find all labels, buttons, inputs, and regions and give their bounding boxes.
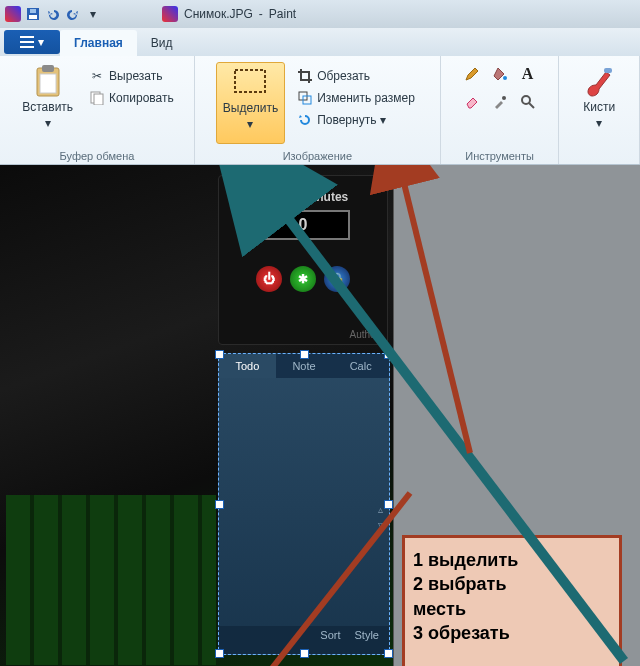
qat-dropdown-icon[interactable]: ▾ (84, 5, 102, 23)
rotate-button[interactable]: Повернуть ▾ (293, 110, 419, 130)
gadget-style[interactable]: Style (355, 629, 379, 651)
instr-line-2: 2 выбрать (413, 572, 611, 596)
group-clipboard: Вставить ▾ ✂ Вырезать Копировать Буфер о… (0, 56, 195, 164)
copy-icon (89, 90, 105, 106)
selection-handle[interactable] (384, 350, 393, 359)
save-icon[interactable] (24, 5, 42, 23)
selection-handle[interactable] (384, 649, 393, 658)
brushes-label: Кисти (583, 100, 615, 114)
lock-icon[interactable]: 🔒 (324, 266, 350, 292)
resize-button[interactable]: Изменить размер (293, 88, 419, 108)
selection-marquee[interactable]: Todo Note Calc ▵ ▿ Sort Style (218, 353, 390, 655)
file-menu-icon (20, 36, 34, 48)
paste-label: Вставить (22, 100, 73, 114)
selection-handle[interactable] (300, 350, 309, 359)
gadget-tab-todo[interactable]: Todo (219, 354, 276, 378)
svg-rect-11 (235, 70, 265, 92)
brushes-button[interactable]: Кисти ▾ (576, 62, 622, 132)
undo-icon[interactable] (44, 5, 62, 23)
chevron-down-icon[interactable]: ▿ (378, 519, 383, 530)
redo-icon[interactable] (64, 5, 82, 23)
gadget-sort[interactable]: Sort (320, 629, 340, 651)
group-brushes: Кисти ▾ (559, 56, 640, 164)
group-tools-label: Инструменты (441, 150, 559, 162)
quick-access-toolbar: ▾ (4, 5, 102, 23)
resize-label: Изменить размер (317, 91, 415, 105)
instruction-box: 1 выделить 2 выбрать месть 3 обрезать (402, 535, 622, 666)
app-name: Paint (269, 7, 296, 21)
doc-name: Снимок.JPG (184, 7, 253, 21)
fill-tool[interactable] (488, 62, 512, 86)
gadget-tab-calc[interactable]: Calc (332, 354, 389, 378)
paste-button[interactable]: Вставить ▾ (16, 62, 79, 144)
canvas-area: Time in Minutes 0 ⏻ ✱ 🔒 Author Todo Note… (0, 165, 640, 666)
scroll-arrows: ▵ ▿ (378, 504, 383, 530)
text-tool[interactable]: A (516, 62, 540, 86)
file-menu-button[interactable]: ▾ (4, 30, 60, 54)
magnifier-tool[interactable] (516, 90, 540, 114)
chevron-down-icon: ▾ (45, 116, 51, 130)
svg-point-16 (522, 96, 530, 104)
clipboard-icon (31, 64, 65, 98)
svg-rect-17 (604, 68, 612, 73)
paint-app-icon[interactable] (4, 5, 22, 23)
title-sep: - (259, 7, 263, 21)
timer-title: Time in Minutes (258, 190, 348, 204)
svg-rect-1 (29, 15, 37, 19)
ribbon: Вставить ▾ ✂ Вырезать Копировать Буфер о… (0, 56, 640, 165)
svg-rect-5 (20, 46, 34, 48)
text-a-icon: A (522, 65, 534, 83)
tab-home[interactable]: Главная (60, 30, 137, 56)
timer-value: 0 (256, 210, 350, 240)
eraser-tool[interactable] (460, 90, 484, 114)
power-icon[interactable]: ⏻ (256, 266, 282, 292)
select-label: Выделить (223, 101, 278, 115)
selection-handle[interactable] (384, 500, 393, 509)
chevron-down-icon: ▾ (596, 116, 602, 130)
title-bar: ▾ Снимок.JPG - Paint (0, 0, 640, 28)
selection-handle[interactable] (300, 649, 309, 658)
svg-rect-4 (20, 41, 34, 43)
window-title: Снимок.JPG - Paint (162, 6, 296, 22)
eyedropper-tool[interactable] (488, 90, 512, 114)
star-icon[interactable]: ✱ (290, 266, 316, 292)
canvas[interactable]: Time in Minutes 0 ⏻ ✱ 🔒 Author Todo Note… (0, 165, 394, 666)
pencil-tool[interactable] (460, 62, 484, 86)
instr-line-4: 3 обрезать (413, 621, 611, 645)
group-image: Выделить ▾ Обрезать Изменить размер (195, 56, 441, 164)
instr-line-1: 1 выделить (413, 548, 611, 572)
resize-icon (297, 90, 313, 106)
rotate-label: Повернуть (317, 113, 376, 127)
tab-view[interactable]: Вид (137, 30, 187, 56)
crop-label: Обрезать (317, 69, 370, 83)
crop-button[interactable]: Обрезать (293, 66, 419, 86)
chevron-up-icon[interactable]: ▵ (378, 504, 383, 515)
doc-icon (162, 6, 178, 22)
svg-point-14 (503, 76, 507, 80)
scissors-icon: ✂ (89, 68, 105, 84)
svg-point-15 (502, 96, 506, 100)
selection-handle[interactable] (215, 350, 224, 359)
chevron-down-icon: ▾ (38, 35, 44, 49)
select-rect-icon (233, 65, 267, 99)
arrow-to-crop (402, 175, 470, 453)
group-tools: A Инструменты (441, 56, 560, 164)
svg-rect-7 (42, 65, 54, 72)
copy-button[interactable]: Копировать (85, 88, 178, 108)
svg-rect-2 (30, 9, 36, 13)
selection-handle[interactable] (215, 649, 224, 658)
ribbon-tabs: ▾ Главная Вид (0, 28, 640, 56)
chevron-down-icon: ▾ (380, 113, 386, 127)
svg-rect-3 (20, 36, 34, 38)
group-clipboard-label: Буфер обмена (0, 150, 194, 162)
chevron-down-icon: ▾ (247, 117, 253, 131)
rotate-icon (297, 112, 313, 128)
timer-gadget: Time in Minutes 0 ⏻ ✱ 🔒 Author (218, 175, 388, 345)
selection-handle[interactable] (215, 500, 224, 509)
svg-rect-8 (40, 74, 56, 93)
copy-label: Копировать (109, 91, 174, 105)
svg-rect-10 (94, 94, 103, 105)
cut-button[interactable]: ✂ Вырезать (85, 66, 178, 86)
timer-author: Author (350, 329, 379, 340)
select-button[interactable]: Выделить ▾ (216, 62, 285, 144)
